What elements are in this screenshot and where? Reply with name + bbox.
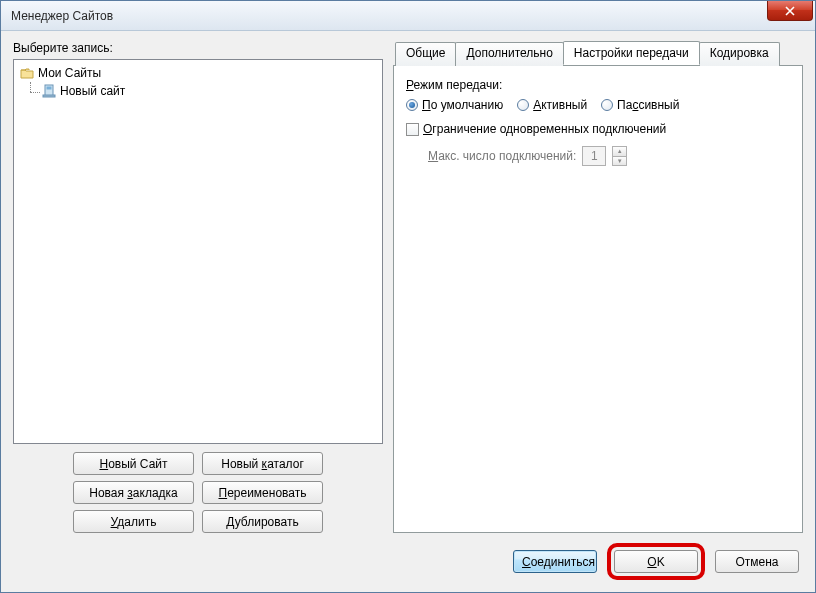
checkbox-icon	[406, 123, 419, 136]
tree-child-row: Новый сайт	[24, 82, 378, 100]
radio-passive[interactable]: Пассивный	[601, 98, 679, 112]
titlebar[interactable]: Менеджер Сайтов	[1, 1, 815, 31]
svg-rect-2	[47, 87, 52, 90]
duplicate-button[interactable]: Дублировать	[202, 510, 323, 533]
close-button[interactable]	[767, 1, 813, 21]
connect-button[interactable]: Соединиться	[513, 550, 597, 573]
tree-item-label: Новый сайт	[60, 83, 125, 99]
limit-row: Ограничение одновременных подключений	[406, 122, 790, 136]
tree-connector-icon	[24, 82, 40, 100]
radio-active[interactable]: Активный	[517, 98, 587, 112]
left-pane: Выберите запись: Мои Сайты	[13, 41, 383, 533]
svg-rect-1	[43, 95, 55, 97]
ok-button[interactable]: OK	[614, 550, 698, 573]
transfer-mode-row: По умолчанию Активный Пассивный	[406, 98, 790, 112]
new-site-button[interactable]: Новый Сайт	[73, 452, 194, 475]
tab-transfer-settings[interactable]: Настройки передачи	[563, 41, 700, 65]
spinner-down-icon[interactable]: ▼	[612, 156, 627, 166]
delete-button[interactable]: Удалить	[73, 510, 194, 533]
tab-content-transfer: Режим передачи: По умолчанию Активный	[393, 65, 803, 533]
server-icon	[42, 84, 56, 98]
site-tree[interactable]: Мои Сайты Новый сайт	[13, 59, 383, 444]
cancel-button[interactable]: Отмена	[715, 550, 799, 573]
tree-root-label: Мои Сайты	[38, 65, 101, 81]
tree-item-new-site[interactable]: Новый сайт	[40, 82, 127, 100]
new-bookmark-button[interactable]: Новая закладка	[73, 481, 194, 504]
right-pane: Общие Дополнительно Настройки передачи К…	[393, 41, 803, 533]
radio-icon	[406, 99, 418, 111]
new-folder-button[interactable]: Новый каталог	[202, 452, 323, 475]
spinner-up-icon[interactable]: ▲	[612, 146, 627, 156]
ok-highlight: OK	[607, 543, 705, 580]
tab-advanced[interactable]: Дополнительно	[455, 42, 563, 66]
transfer-mode-label: Режим передачи:	[406, 78, 790, 92]
max-connections-spinner[interactable]: ▲ ▼	[612, 146, 627, 166]
folder-icon	[20, 66, 34, 80]
site-manager-window: Менеджер Сайтов Выберите запись: Мои Сай…	[0, 0, 816, 593]
tree-root-my-sites[interactable]: Мои Сайты	[18, 64, 378, 82]
select-entry-label: Выберите запись:	[13, 41, 383, 55]
radio-default[interactable]: По умолчанию	[406, 98, 503, 112]
radio-icon	[601, 99, 613, 111]
dialog-footer: Соединиться OK Отмена	[13, 543, 803, 580]
max-connections-label: Макс. число подключений:	[428, 149, 576, 163]
main-area: Выберите запись: Мои Сайты	[13, 41, 803, 533]
max-connections-input[interactable]: 1	[582, 146, 606, 166]
content: Выберите запись: Мои Сайты	[1, 31, 815, 592]
close-icon	[785, 6, 795, 16]
max-connections-row: Макс. число подключений: 1 ▲ ▼	[428, 146, 790, 166]
site-buttons-grid: Новый Сайт Новый каталог Новая закладка …	[13, 452, 383, 533]
window-title: Менеджер Сайтов	[11, 9, 113, 23]
tab-general[interactable]: Общие	[395, 42, 456, 66]
tab-charset[interactable]: Кодировка	[699, 42, 780, 66]
tab-strip: Общие Дополнительно Настройки передачи К…	[393, 41, 803, 65]
rename-button[interactable]: Переименовать	[202, 481, 323, 504]
limit-checkbox[interactable]: Ограничение одновременных подключений	[406, 122, 666, 136]
radio-icon	[517, 99, 529, 111]
